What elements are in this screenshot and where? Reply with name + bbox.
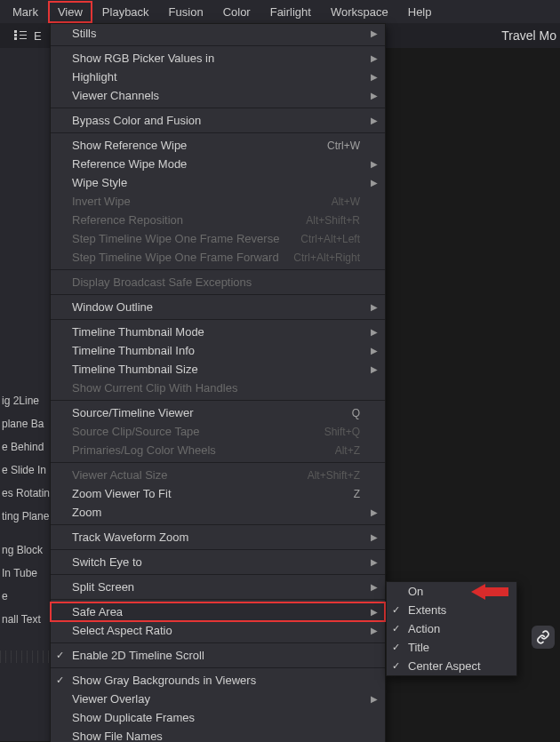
chevron-right-icon: ▶ xyxy=(371,116,378,125)
list-item[interactable]: e xyxy=(0,585,50,608)
list-item[interactable]: plane Ba xyxy=(0,412,50,435)
menu-item-zoom[interactable]: Zoom▶ xyxy=(51,503,385,522)
menu-item-timeline-thumbnail-mode[interactable]: Timeline Thumbnail Mode▶ xyxy=(51,323,385,341)
shortcut-label: Ctrl+W xyxy=(327,140,376,152)
list-item[interactable] xyxy=(0,528,50,539)
submenu-item-center-aspect[interactable]: ✓Center Aspect xyxy=(387,657,516,675)
chevron-right-icon: ▶ xyxy=(371,364,378,374)
menu-item-label: Safe Area xyxy=(72,605,376,618)
menu-item-show-file-names[interactable]: Show File Names xyxy=(51,727,385,742)
list-item[interactable] xyxy=(0,631,50,642)
menu-item-highlight[interactable]: Highlight▶ xyxy=(51,68,385,86)
list-item[interactable]: e Behind xyxy=(0,435,50,459)
link-icon[interactable] xyxy=(532,626,555,649)
list-item[interactable]: In Tube xyxy=(0,562,50,585)
list-item[interactable] xyxy=(0,315,50,325)
list-item[interactable] xyxy=(0,379,50,389)
menu-item-select-aspect-ratio[interactable]: Select Aspect Ratio▶ xyxy=(51,621,385,640)
menu-item-split-screen[interactable]: Split Screen▶ xyxy=(51,578,385,596)
submenu-item-action[interactable]: ✓Action xyxy=(387,619,516,638)
menu-mark[interactable]: Mark xyxy=(4,2,47,22)
menu-item-switch-eye-to[interactable]: Switch Eye to▶ xyxy=(51,553,385,571)
menu-item-reference-wipe-mode[interactable]: Reference Wipe Mode▶ xyxy=(51,155,385,173)
menu-color[interactable]: Color xyxy=(214,2,260,22)
list-item[interactable]: e Slide In xyxy=(0,459,50,482)
menu-playback[interactable]: Playback xyxy=(93,2,158,22)
list-item[interactable] xyxy=(0,368,50,379)
list-item[interactable]: ting Plane xyxy=(0,505,50,528)
menu-item-timeline-thumbnail-size[interactable]: Timeline Thumbnail Size▶ xyxy=(51,360,385,379)
menu-item-show-rgb-picker-values-in[interactable]: Show RGB Picker Values in▶ xyxy=(51,49,385,68)
chevron-right-icon: ▶ xyxy=(371,159,378,169)
menu-item-label: Split Screen xyxy=(72,580,376,594)
separator xyxy=(51,549,385,550)
list-icon[interactable] xyxy=(14,30,27,41)
chevron-right-icon: ▶ xyxy=(371,626,378,635)
list-item[interactable] xyxy=(0,325,50,336)
menu-item-source-clip-source-tape: Source Clip/Source TapeShift+Q xyxy=(51,422,385,441)
chevron-right-icon: ▶ xyxy=(371,327,378,337)
annotation-arrow xyxy=(471,584,508,600)
menu-item-label: Show Reference Wipe xyxy=(72,139,327,152)
menu-item-window-outline[interactable]: Window Outline▶ xyxy=(51,298,385,316)
menu-item-label: Invert Wipe xyxy=(72,195,332,208)
list-item[interactable] xyxy=(0,336,50,347)
menu-item-bypass-color-and-fusion[interactable]: Bypass Color and Fusion▶ xyxy=(51,111,385,130)
shortcut-label: Alt+W xyxy=(332,195,376,208)
list-item[interactable]: nall Text xyxy=(0,608,50,631)
check-icon: ✓ xyxy=(392,623,400,634)
list-item[interactable]: ng Block xyxy=(0,539,50,562)
submenu-item-title[interactable]: ✓Title xyxy=(387,638,516,657)
submenu-item-label: Action xyxy=(408,622,508,635)
menu-fairlight[interactable]: Fairlight xyxy=(261,2,320,22)
separator xyxy=(51,462,385,463)
menu-item-show-duplicate-frames[interactable]: Show Duplicate Frames xyxy=(51,708,385,727)
list-item[interactable]: es Rotatin xyxy=(0,482,50,505)
list-item[interactable]: ig 2Line xyxy=(0,389,50,412)
menu-item-label: Primaries/Log Color Wheels xyxy=(72,443,335,457)
list-item[interactable] xyxy=(0,347,50,357)
chevron-right-icon: ▶ xyxy=(371,582,378,592)
menu-item-wipe-style[interactable]: Wipe Style▶ xyxy=(51,173,385,192)
toolbar-text: E xyxy=(34,29,42,43)
menu-item-source-timeline-viewer[interactable]: Source/Timeline ViewerQ xyxy=(51,403,385,422)
chevron-right-icon: ▶ xyxy=(371,694,378,704)
menu-view[interactable]: View xyxy=(49,2,92,22)
shortcut-label: Alt+Shift+R xyxy=(306,214,376,227)
timeline-ruler xyxy=(0,650,50,663)
check-icon: ✓ xyxy=(392,604,400,616)
menu-item-show-current-clip-with-handles: Show Current Clip With Handles xyxy=(51,379,385,397)
chevron-right-icon: ▶ xyxy=(371,72,378,82)
menu-item-label: Reference Reposition xyxy=(72,213,306,227)
list-item[interactable] xyxy=(0,357,50,368)
menu-item-label: Stills xyxy=(72,27,376,40)
menu-item-label: Timeline Thumbnail Mode xyxy=(72,325,376,339)
chevron-right-icon: ▶ xyxy=(371,557,378,567)
menu-item-enable-2d-timeline-scroll[interactable]: ✓Enable 2D Timeline Scroll xyxy=(51,646,385,665)
menu-item-timeline-thumbnail-info[interactable]: Timeline Thumbnail Info▶ xyxy=(51,341,385,360)
menu-item-stills[interactable]: Stills▶ xyxy=(51,24,385,43)
menu-item-zoom-viewer-to-fit[interactable]: Zoom Viewer To FitZ xyxy=(51,484,385,503)
menu-item-viewer-overlay[interactable]: Viewer Overlay▶ xyxy=(51,690,385,708)
menu-fusion[interactable]: Fusion xyxy=(160,2,212,22)
menu-item-label: Switch Eye to xyxy=(72,555,376,569)
menu-item-label: Source/Timeline Viewer xyxy=(72,406,352,419)
submenu-item-label: Extents xyxy=(408,603,508,617)
menu-item-show-gray-backgrounds-in-viewers[interactable]: ✓Show Gray Backgrounds in Viewers xyxy=(51,671,385,690)
menu-item-safe-area[interactable]: Safe Area▶ xyxy=(51,602,385,621)
menu-item-show-reference-wipe[interactable]: Show Reference WipeCtrl+W xyxy=(51,136,385,155)
menu-item-label: Timeline Thumbnail Info xyxy=(72,344,376,357)
menu-item-viewer-channels[interactable]: Viewer Channels▶ xyxy=(51,86,385,105)
menu-item-track-waveform-zoom[interactable]: Track Waveform Zoom▶ xyxy=(51,528,385,547)
chevron-right-icon: ▶ xyxy=(371,28,378,38)
submenu-item-extents[interactable]: ✓Extents xyxy=(387,601,516,619)
menu-item-label: Show Duplicate Frames xyxy=(72,711,376,724)
project-title: Travel Mo xyxy=(501,28,560,43)
shortcut-label: Ctrl+Alt+Right xyxy=(293,251,376,264)
menu-help[interactable]: Help xyxy=(399,2,441,22)
check-icon: ✓ xyxy=(392,642,400,653)
menu-workspace[interactable]: Workspace xyxy=(322,2,397,22)
menu-item-label: Window Outline xyxy=(72,300,376,314)
chevron-right-icon: ▶ xyxy=(371,53,378,63)
menu-item-label: Source Clip/Source Tape xyxy=(72,425,324,438)
